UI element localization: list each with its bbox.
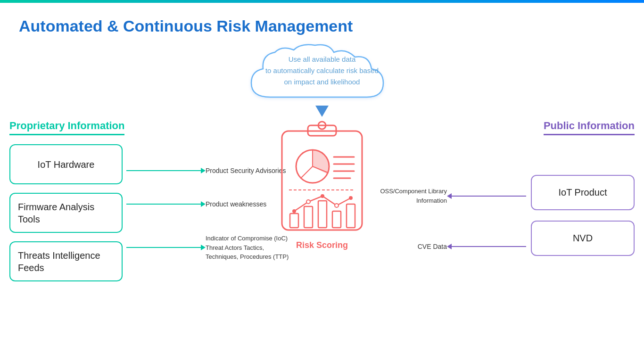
- connector-label-1: Product Security Advisories: [206, 167, 286, 174]
- svg-point-21: [349, 196, 353, 200]
- cloud-text-line3: on impact and likelihood: [284, 78, 360, 86]
- arrow-line-3: [126, 247, 202, 248]
- svg-rect-15: [332, 211, 341, 228]
- arrow-line-1: [126, 170, 202, 171]
- right-boxes: IoT Product NVD: [531, 175, 635, 256]
- connector-ioc: Indicator of Compromise (IoC) Threat Act…: [126, 234, 289, 262]
- connector-product-security: Product Security Advisories: [126, 167, 289, 174]
- left-boxes: IoT Hardware Firmware Analysis Tools Thr…: [9, 144, 123, 281]
- cloud-text-line1: Use all available data: [289, 55, 356, 63]
- svg-point-18: [306, 200, 310, 204]
- svg-point-19: [321, 194, 324, 198]
- public-information-header: Public Information: [544, 120, 635, 135]
- firmware-analysis-tools-box: Firmware Analysis Tools: [9, 193, 123, 233]
- threats-intelligence-feeds-box: Threats Intelligence Feeds: [9, 241, 123, 281]
- svg-rect-14: [318, 201, 327, 228]
- iot-hardware-box: IoT Hardware: [9, 144, 123, 184]
- connector-label-right-2: CVE Data: [418, 243, 447, 250]
- right-connectors: OSS/Component Library Information CVE Da…: [380, 187, 526, 250]
- arrow-line-right-1: [451, 196, 526, 197]
- arrow-line-2: [126, 204, 202, 205]
- connector-cve: CVE Data: [380, 243, 526, 250]
- connector-oss: OSS/Component Library Information: [380, 187, 526, 205]
- svg-point-17: [292, 209, 296, 213]
- cloud-container: Use all available data to automatically …: [242, 41, 402, 113]
- svg-rect-16: [347, 204, 355, 228]
- connector-label-2: Product weaknesses: [206, 200, 266, 208]
- connector-product-weaknesses: Product weaknesses: [126, 200, 289, 208]
- clipboard-svg: [275, 117, 369, 239]
- proprietary-information-header: Proprietary Information: [9, 120, 124, 135]
- nvd-box: NVD: [531, 221, 635, 256]
- cloud-text-line2: to automatically calculate risk based: [265, 66, 379, 74]
- center-area: Risk Scoring: [275, 106, 369, 250]
- svg-rect-12: [290, 214, 298, 228]
- arrow-line-right-2: [451, 246, 526, 247]
- iot-product-box: IoT Product: [531, 175, 635, 210]
- page-title: Automated & Continuous Risk Management: [19, 17, 625, 35]
- risk-scoring-label: Risk Scoring: [296, 240, 348, 250]
- left-connectors: Product Security Advisories Product weak…: [126, 167, 289, 262]
- down-arrow: [315, 106, 329, 117]
- connector-label-right-1: OSS/Component Library Information: [380, 187, 447, 205]
- page-container: Automated & Continuous Risk Management U…: [0, 3, 644, 54]
- svg-point-20: [335, 204, 339, 207]
- svg-line-6: [301, 166, 313, 178]
- svg-rect-13: [304, 206, 313, 228]
